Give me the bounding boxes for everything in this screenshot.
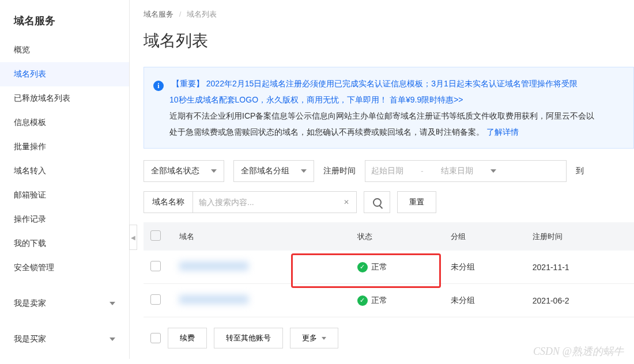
breadcrumb-current: 域名列表 [187,10,217,18]
row-checkbox[interactable] [150,261,161,271]
sidebar: 域名服务 概览 域名列表 已释放域名列表 信息模板 批量操作 域名转入 邮箱验证… [0,0,130,359]
group-select[interactable]: 全部域名分组 [233,160,314,182]
search-combo: 域名名称 ✕ [144,191,357,213]
learn-more-link[interactable]: 了解详情 [486,127,519,136]
sidebar-collapse-handle[interactable]: ◀ [129,225,137,250]
notice-text: 10秒生成域名配套LOGO，永久版权，商用无忧，下单即用！ [169,95,387,104]
sidebar-group-label: 我是卖家 [14,298,46,309]
search-button[interactable] [364,191,390,213]
breadcrumb-separator: / [179,10,182,18]
end-date-placeholder: 结束日期 [441,166,473,176]
row-regtime: 2021-11-1 [526,251,634,284]
chevron-down-icon [322,337,326,340]
notice-text: 2022年2月15日起域名注册必须使用已完成实名认证信息模板；3月1日起未实名认… [206,79,578,88]
status-badge: ✓正常 [357,262,387,272]
sidebar-item-batch[interactable]: 批量操作 [0,135,129,159]
sidebar-item-security-lock[interactable]: 安全锁管理 [0,256,129,280]
chevron-down-icon [110,338,115,341]
reg-time-label: 注册时间 [323,166,356,176]
th-domain: 域名 [172,222,350,251]
table-row: ✓正常 未分组 2021-11-1 [144,251,634,284]
row-group: 未分组 [444,251,525,284]
status-badge: ✓正常 [357,295,387,306]
sidebar-title: 域名服务 [0,9,129,38]
sidebar-item-transfer-in[interactable]: 域名转入 [0,159,129,183]
table-row: ✓正常 未分组 2021-06-2 [144,284,634,317]
notice-banner: i 【重要】 2022年2月15日起域名注册必须使用已完成实名认证信息模板；3月… [144,67,634,149]
domain-table: 域名 状态 分组 注册时间 ✓正常 未分组 2021-11-1 ✓正常 [144,222,634,317]
filter-bar: 全部域名状态 全部域名分组 注册时间 起始日期 - 结束日期 到 [144,160,634,182]
select-label: 全部域名状态 [151,166,199,176]
sidebar-item-templates[interactable]: 信息模板 [0,111,129,135]
date-range-input[interactable]: 起始日期 - 结束日期 [365,160,567,182]
clear-icon[interactable]: ✕ [337,198,356,206]
promo-link[interactable]: 首单¥9.9限时特惠>> [390,95,463,104]
sidebar-group-label: 我是买家 [14,334,46,344]
select-all-checkbox[interactable] [150,230,161,241]
select-label: 全部域名分组 [241,166,289,176]
sidebar-group-buyer[interactable]: 我是买家 [0,327,129,351]
notice-text: 近期有不法企业利用ICP备案信息等公示信息向网站主办单位邮寄域名注册证书等纸质文… [153,108,624,124]
more-button[interactable]: 更多 [290,328,338,348]
breadcrumb: 域名服务 / 域名列表 [144,0,634,24]
row-checkbox[interactable] [150,294,161,305]
notice-important-tag: 【重要】 [172,79,204,88]
transfer-button[interactable]: 转至其他账号 [214,328,283,348]
chevron-down-icon [110,302,115,305]
batch-action-bar: 续费 转至其他账号 更多 [144,317,634,359]
search-type-select[interactable]: 域名名称 [144,192,193,213]
row-group: 未分组 [444,284,525,317]
chevron-down-icon [490,169,496,173]
sidebar-item-domain-list[interactable]: 域名列表 [0,62,129,86]
sidebar-item-overview[interactable]: 概览 [0,38,129,62]
sidebar-item-downloads[interactable]: 我的下载 [0,232,129,256]
batch-select-all-checkbox[interactable] [150,333,161,343]
notice-text: 处于急需续费或急需赎回状态的域名，如您确认不再续费或赎回域名，请及时注销备案。 [169,127,484,136]
date-separator: - [421,166,424,176]
renew-button[interactable]: 续费 [168,328,207,348]
search-input[interactable] [193,192,337,213]
sidebar-group-seller[interactable]: 我是卖家 [0,291,129,316]
start-date-placeholder: 起始日期 [371,166,403,176]
status-select[interactable]: 全部域名状态 [144,160,224,182]
domain-name-redacted[interactable] [179,261,248,271]
page-title: 域名列表 [144,24,634,67]
check-circle-icon: ✓ [357,262,368,272]
th-regtime: 注册时间 [526,222,634,251]
main-content: ◀ 域名服务 / 域名列表 域名列表 i 【重要】 2022年2月15日起域名注… [130,0,634,359]
check-circle-icon: ✓ [357,295,368,306]
breadcrumb-root[interactable]: 域名服务 [144,10,173,18]
th-status: 状态 [350,222,444,251]
sidebar-item-released[interactable]: 已释放域名列表 [0,86,129,111]
th-group: 分组 [444,222,525,251]
info-icon: i [153,81,164,91]
chevron-down-icon [301,169,307,173]
search-icon [373,198,382,207]
to-label: 到 [576,166,584,176]
row-regtime: 2021-06-2 [526,284,634,317]
domain-name-redacted[interactable] [179,295,248,304]
sidebar-item-logs[interactable]: 操作记录 [0,207,129,232]
search-row: 域名名称 ✕ 重置 [144,191,634,213]
reset-button[interactable]: 重置 [397,191,436,213]
chevron-down-icon [211,169,217,173]
sidebar-item-mail-verify[interactable]: 邮箱验证 [0,183,129,207]
